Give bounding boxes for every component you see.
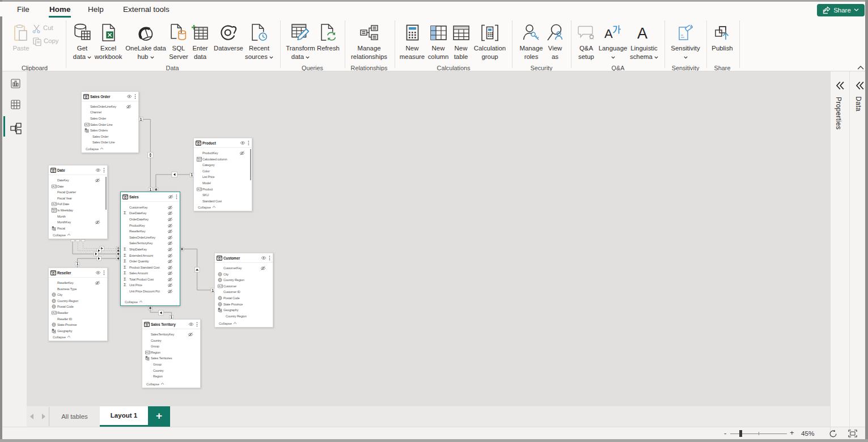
svg-text:1: 1: [190, 173, 193, 177]
svg-text:1: 1: [150, 188, 152, 192]
svg-text:1: 1: [77, 262, 79, 266]
svg-text:1: 1: [140, 117, 142, 121]
svg-text:1: 1: [211, 288, 214, 292]
